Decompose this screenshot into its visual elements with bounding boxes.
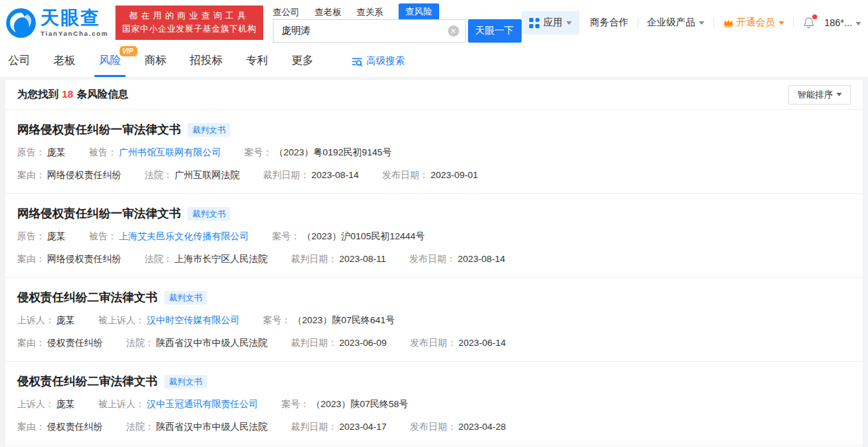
smart-sort-dropdown[interactable]: 智能排序: [788, 85, 851, 105]
card-parties-row: 上诉人： 庞某 被上诉人： 汉中时空传媒有限公司 案号： （2023）陕07民终…: [17, 314, 851, 326]
cause-value: 侵权责任纠纷: [47, 337, 103, 349]
results-suffix: 条风险信息: [77, 88, 129, 100]
card-head: 侵权责任纠纷二审法律文书 裁判文书: [17, 374, 851, 389]
cause-value: 网络侵权责任纠纷: [47, 169, 122, 181]
results-summary: 为您找到18条风险信息: [17, 88, 129, 101]
nav-tab-trademark[interactable]: 商标: [144, 45, 166, 77]
case-number-label: 案号：: [263, 314, 291, 326]
crown-icon: [723, 17, 734, 28]
logo-title: 天眼查: [41, 9, 109, 28]
judgment-doc-badge: 裁判文书: [188, 123, 230, 137]
risk-card: 侵权责任纠纷二审法律文书 裁判文书 上诉人： 庞某 被上诉人： 汉中时空传媒有限…: [5, 278, 863, 362]
divider: [793, 18, 794, 28]
vip-badge: VIP: [120, 46, 137, 56]
account-menu[interactable]: 186*...: [825, 17, 861, 28]
clear-input-icon[interactable]: ✕: [448, 25, 459, 36]
divider: [638, 18, 638, 28]
chevron-down-icon: [566, 21, 572, 25]
publish-date-label: 发布日期：: [382, 169, 429, 181]
plaintiff-label: 原告：: [17, 146, 45, 158]
tianyancha-logo[interactable]: 天眼查 TianYanCha.com: [5, 8, 109, 39]
divider: [713, 18, 714, 28]
defendant-company-link[interactable]: 广州书馆互联网有限公司: [119, 146, 221, 158]
search-tab-risk[interactable]: 查风险: [399, 3, 439, 19]
business-cooperation-link[interactable]: 商务合作: [590, 17, 629, 29]
card-title[interactable]: 网络侵权责任纠纷一审法律文书: [17, 122, 181, 138]
enterprise-products-label: 企业级产品: [647, 17, 695, 28]
publish-date-pair: 发布日期： 2023-04-28: [410, 421, 507, 433]
judgment-date-pair: 裁判日期： 2023-08-11: [291, 253, 386, 265]
cause-value: 侵权责任纠纷: [47, 421, 103, 433]
defendant-company-link[interactable]: 汉中时空传媒有限公司: [147, 314, 240, 326]
publish-date-label: 发布日期：: [410, 337, 457, 349]
chevron-down-icon: [836, 93, 842, 96]
search-tabs: 查公司 查老板 查关系 查风险: [273, 3, 522, 19]
results-bar: 为您找到18条风险信息 智能排序: [5, 80, 863, 110]
plaintiff-label: 上诉人：: [17, 398, 54, 410]
publish-date-value: 2023-06-14: [458, 337, 506, 349]
defendant-pair: 被告： 广州书馆互联网有限公司: [89, 146, 221, 158]
judgment-date-value: 2023-06-09: [340, 337, 387, 349]
promo-banner-line2: 国家中小企业发展子基金旗下机构: [122, 23, 256, 36]
plaintiff-label: 原告：: [17, 230, 45, 242]
advanced-search-label: 高级搜索: [366, 55, 405, 67]
plaintiff-value: 庞某: [56, 398, 75, 410]
card-parties-row: 上诉人： 庞某 被上诉人： 汉中玉冠通讯有限责任公司 案号： （2023）陕07…: [17, 398, 851, 410]
card-title[interactable]: 侵权责任纠纷二审法律文书: [17, 290, 157, 305]
cause-label: 案由：: [17, 169, 45, 181]
judgment-date-pair: 裁判日期： 2023-08-14: [263, 169, 359, 181]
defendant-label: 被上诉人：: [98, 398, 145, 410]
logo-text: 天眼查 TianYanCha.com: [41, 9, 109, 37]
nav-tab-risk-label: 风险: [99, 54, 121, 66]
court-value: 陕西省汉中市中级人民法院: [156, 421, 267, 433]
cause-label: 案由：: [17, 253, 45, 265]
nav-tab-company[interactable]: 公司: [8, 45, 30, 77]
nav-tab-risk[interactable]: 风险VIP: [99, 45, 121, 77]
open-vip-menu[interactable]: 开通会员: [723, 17, 784, 29]
plaintiff-pair: 原告： 庞某: [17, 146, 66, 158]
nav-tab-boss[interactable]: 老板: [54, 45, 76, 77]
publish-date-pair: 发布日期： 2023-08-14: [410, 253, 506, 265]
card-title[interactable]: 网络侵权责任纠纷一审法律文书: [17, 206, 181, 221]
case-number-pair: 案号： （2023）陕07民终641号: [263, 314, 395, 326]
defendant-company-link[interactable]: 上海艾夫邑乐文化传播有限公司: [119, 230, 249, 242]
case-number-value: （2023）陕07民终641号: [293, 314, 395, 326]
cause-label: 案由：: [17, 337, 45, 349]
court-value: 陕西省汉中市中级人民法院: [156, 337, 267, 349]
plaintiff-value: 庞某: [47, 146, 66, 158]
card-meta-row: 案由： 侵权责任纠纷 法院： 陕西省汉中市中级人民法院 裁判日期： 2023-0…: [17, 337, 851, 349]
judgment-date-pair: 裁判日期： 2023-06-09: [291, 337, 387, 349]
logo-subtitle: TianYanCha.com: [41, 30, 109, 37]
search-tab-company[interactable]: 查公司: [273, 5, 300, 19]
nav-tab-more[interactable]: 更多: [291, 45, 313, 77]
case-number-label: 案号：: [272, 230, 300, 242]
nav-tab-bidding[interactable]: 招投标: [190, 45, 223, 77]
search-tab-relation[interactable]: 查关系: [357, 5, 383, 19]
court-value: 上海市长宁区人民法院: [175, 253, 267, 265]
case-number-label: 案号：: [282, 398, 310, 410]
judgment-date-label: 裁判日期：: [291, 253, 337, 265]
court-pair: 法院： 上海市长宁区人民法院: [145, 253, 268, 265]
enterprise-products-menu[interactable]: 企业级产品: [647, 17, 704, 29]
advanced-search-link[interactable]: 高级搜索: [351, 55, 405, 67]
defendant-company-link[interactable]: 汉中玉冠通讯有限责任公司: [147, 398, 258, 410]
search-input[interactable]: [273, 19, 466, 43]
card-title[interactable]: 侵权责任纠纷二审法律文书: [17, 374, 157, 389]
apps-menu[interactable]: 应用: [522, 11, 579, 34]
card-parties-row: 原告： 庞某 被告： 广州书馆互联网有限公司 案号： （2023）粤0192民初…: [17, 146, 851, 158]
court-label: 法院：: [126, 337, 155, 349]
notifications-bell[interactable]: [803, 17, 815, 29]
judgment-doc-badge: 裁判文书: [164, 291, 207, 305]
judgment-date-value: 2023-04-17: [340, 421, 387, 433]
publish-date-pair: 发布日期： 2023-09-01: [382, 169, 478, 181]
search-tab-boss[interactable]: 查老板: [315, 5, 342, 19]
search-button[interactable]: 天眼一下: [468, 19, 522, 43]
publish-date-label: 发布日期：: [410, 253, 456, 265]
judgment-doc-badge: 裁判文书: [164, 375, 207, 389]
nav-tab-patent[interactable]: 专利: [246, 45, 268, 77]
chevron-down-icon: [856, 22, 861, 25]
risk-card: 网络侵权责任纠纷一审法律文书 裁判文书 原告： 庞某 被告： 广州书馆互联网有限…: [5, 110, 863, 194]
case-number-pair: 案号： （2023）粤0192民初9145号: [245, 146, 392, 158]
plaintiff-pair: 上诉人： 庞某: [17, 314, 75, 326]
cause-pair: 案由： 侵权责任纠纷: [17, 421, 103, 433]
